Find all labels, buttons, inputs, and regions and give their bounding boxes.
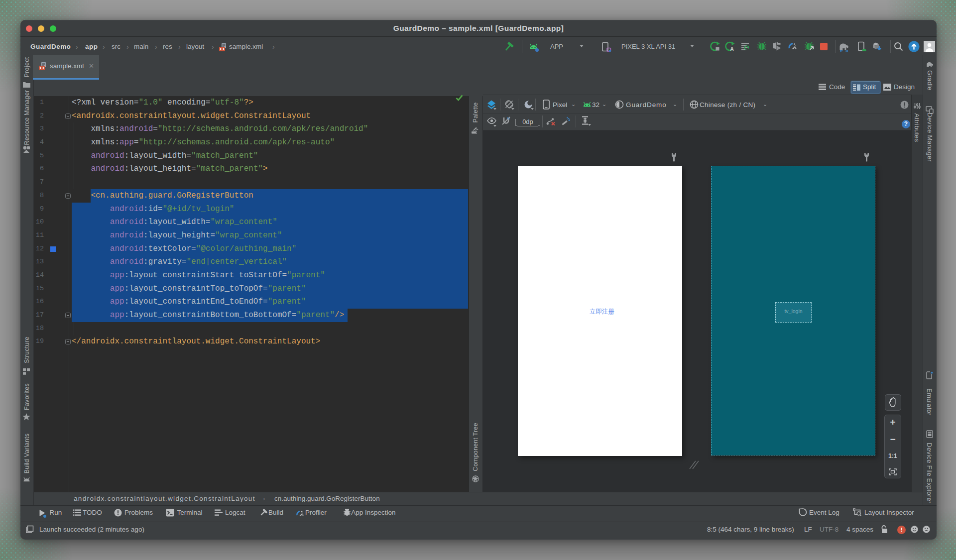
svg-text:A: A <box>730 46 733 52</box>
